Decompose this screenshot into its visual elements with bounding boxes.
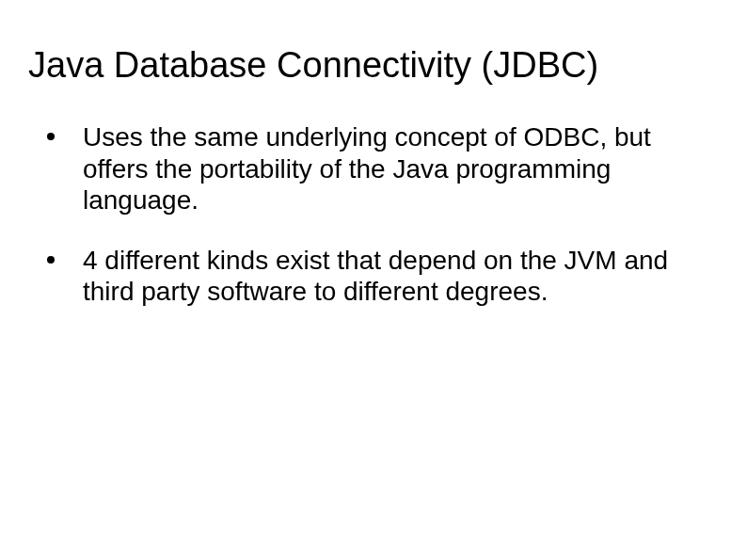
list-item: 4 different kinds exist that depend on t… [47,245,719,308]
slide-title: Java Database Connectivity (JDBC) [28,45,719,86]
list-item: Uses the same underlying concept of ODBC… [47,121,719,216]
bullet-list: Uses the same underlying concept of ODBC… [28,121,719,308]
